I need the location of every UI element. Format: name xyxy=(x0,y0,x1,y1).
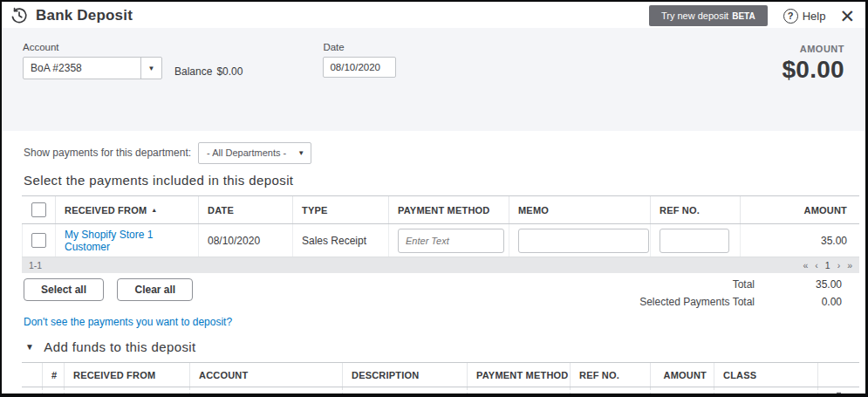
chevron-down-icon[interactable]: ▼ xyxy=(291,143,311,163)
col-ref-no: REF NO. xyxy=(570,363,650,387)
actions-totals-band: Select all Clear all Total 35.00 Selecte… xyxy=(24,278,859,313)
account-cell[interactable] xyxy=(189,387,342,397)
col-amount: AMOUNT xyxy=(650,363,714,387)
deposit-form-panel: Account BoA #2358 ▼ Balance $0.00 Date A… xyxy=(2,28,865,131)
received-from-link[interactable]: My Shopify Store 1 Customer xyxy=(65,229,198,253)
selected-payments-total-value: 0.00 xyxy=(755,296,859,308)
sort-asc-icon: ▲ xyxy=(151,207,157,213)
total-label: Total xyxy=(733,278,755,291)
col-type[interactable]: TYPE xyxy=(292,196,388,223)
col-payment-method[interactable]: PAYMENT METHOD xyxy=(388,196,509,223)
col-received-from: RECEIVED FROM xyxy=(64,363,189,387)
payment-date: 08/10/2020 xyxy=(198,224,292,257)
payment-method-combo[interactable]: ▼ xyxy=(398,229,504,253)
col-ref-no[interactable]: REF NO. xyxy=(650,196,740,223)
select-all-checkbox[interactable] xyxy=(31,202,46,217)
payments-table: RECEIVED FROM ▲ DATE TYPE PAYMENT METHOD… xyxy=(22,195,859,257)
add-funds-table: # RECEIVED FROM ACCOUNT DESCRIPTION PAYM… xyxy=(22,362,859,397)
amount-value: $0.00 xyxy=(782,56,844,84)
bank-deposit-window: Bank Deposit Try new deposit BETA ? Help… xyxy=(0,0,868,397)
account-select-value: BoA #2358 xyxy=(24,58,140,79)
payment-type: Sales Receipt xyxy=(292,224,388,257)
ref-no-input[interactable] xyxy=(660,229,729,253)
ref-no-cell[interactable] xyxy=(570,387,650,397)
total-value: 35.00 xyxy=(755,278,859,291)
department-filter-row: Show payments for this department: - All… xyxy=(24,141,865,164)
close-icon[interactable]: ✕ xyxy=(839,7,855,25)
help-label: Help xyxy=(803,10,826,23)
col-class: CLASS xyxy=(714,363,817,387)
date-input[interactable] xyxy=(323,57,396,78)
try-new-deposit-label: Try new deposit xyxy=(661,10,728,21)
department-select[interactable]: - All Departments - ▼ xyxy=(198,142,311,164)
pagination-first-icon[interactable]: « xyxy=(803,260,808,270)
recent-transactions-icon[interactable] xyxy=(10,7,28,24)
page-title: Bank Deposit xyxy=(36,7,133,24)
description-cell[interactable] xyxy=(342,387,467,397)
class-cell[interactable] xyxy=(714,387,817,397)
add-funds-row[interactable]: 1 xyxy=(22,387,859,397)
payments-section-heading: Select the payments included in this dep… xyxy=(24,173,865,188)
payment-amount: 35.00 xyxy=(740,224,859,257)
col-memo[interactable]: MEMO xyxy=(509,196,650,223)
top-bar: Bank Deposit Try new deposit BETA ? Help… xyxy=(2,2,865,28)
amount-label: AMOUNT xyxy=(782,44,844,54)
account-select[interactable]: BoA #2358 ▼ xyxy=(23,57,162,79)
missing-payments-link[interactable]: Don't see the payments you want to depos… xyxy=(24,316,232,328)
account-field-group: Account BoA #2358 ▼ xyxy=(23,42,162,131)
beta-badge: BETA xyxy=(732,11,755,21)
pagination-prev-icon[interactable]: ‹ xyxy=(815,260,818,270)
pagination-range: 1-1 xyxy=(29,260,803,270)
bulk-actions: Select all Clear all xyxy=(24,278,202,313)
add-funds-section-toggle[interactable]: ▼ Add funds to this deposit xyxy=(25,339,865,354)
col-account: ACCOUNT xyxy=(189,363,342,387)
help-button[interactable]: ? Help xyxy=(783,9,826,24)
col-received-from[interactable]: RECEIVED FROM ▲ xyxy=(55,196,198,223)
selected-payments-total-label: Selected Payments Total xyxy=(639,296,755,308)
date-label: Date xyxy=(323,42,396,52)
totals-block: Total 35.00 Selected Payments Total 0.00 xyxy=(639,278,859,313)
row-checkbox[interactable] xyxy=(31,233,46,248)
add-funds-heading: Add funds to this deposit xyxy=(44,339,195,354)
col-description: DESCRIPTION xyxy=(342,363,467,387)
pagination-bar: 1-1 « ‹ 1 › » xyxy=(22,257,859,273)
balance-value: $0.00 xyxy=(216,65,243,78)
select-all-button[interactable]: Select all xyxy=(24,278,104,301)
trash-icon[interactable] xyxy=(833,392,844,397)
collapse-triangle-icon: ▼ xyxy=(25,342,34,352)
date-field-group: Date xyxy=(323,42,396,131)
chevron-down-icon[interactable]: ▼ xyxy=(140,58,161,79)
department-select-value: - All Departments - xyxy=(199,143,291,163)
add-funds-table-header: # RECEIVED FROM ACCOUNT DESCRIPTION PAYM… xyxy=(22,362,859,387)
row-number: 1 xyxy=(42,387,64,397)
payment-row: My Shopify Store 1 Customer 08/10/2020 S… xyxy=(22,224,859,257)
balance-display: Balance $0.00 xyxy=(174,65,243,78)
col-date[interactable]: DATE xyxy=(198,196,292,223)
payment-method-cell[interactable] xyxy=(467,387,570,397)
pagination-next-icon[interactable]: › xyxy=(837,260,841,270)
try-new-deposit-button[interactable]: Try new deposit BETA xyxy=(649,5,768,26)
department-filter-label: Show payments for this department: xyxy=(24,147,191,159)
help-icon: ? xyxy=(783,9,798,24)
amount-display: AMOUNT $0.00 xyxy=(782,42,844,131)
pagination-page[interactable]: 1 xyxy=(825,260,830,270)
received-from-cell[interactable] xyxy=(64,387,189,397)
amount-cell[interactable] xyxy=(650,387,714,397)
drag-handle-icon[interactable] xyxy=(28,393,36,397)
balance-label: Balance xyxy=(174,65,212,78)
payments-table-header: RECEIVED FROM ▲ DATE TYPE PAYMENT METHOD… xyxy=(22,195,859,224)
col-amount[interactable]: AMOUNT xyxy=(740,196,859,223)
clear-all-button[interactable]: Clear all xyxy=(117,278,193,301)
account-label: Account xyxy=(23,42,162,52)
col-payment-method: PAYMENT METHOD xyxy=(467,363,570,387)
col-number: # xyxy=(42,363,64,387)
pagination-last-icon[interactable]: » xyxy=(847,260,852,270)
memo-input[interactable] xyxy=(518,229,649,253)
